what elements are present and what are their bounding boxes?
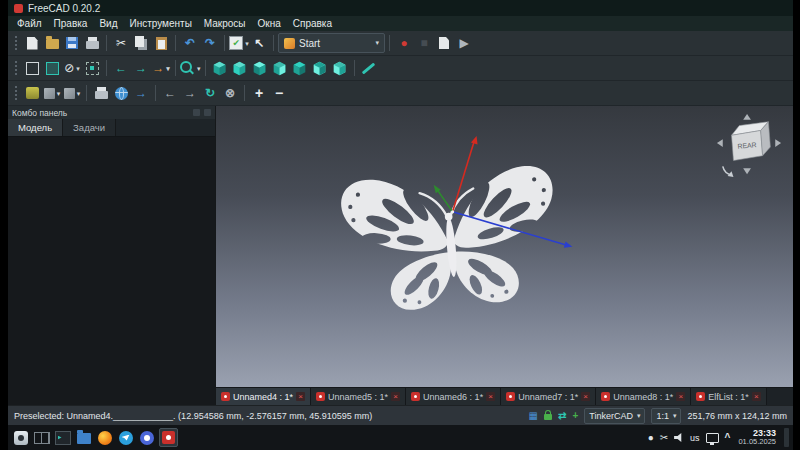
macro-dialog-button[interactable] (434, 33, 454, 53)
clipping-dropdown[interactable]: ▾ (62, 83, 82, 103)
doc-tab[interactable]: Unnamed8 : 1* × (596, 388, 691, 405)
save-button[interactable] (62, 33, 82, 53)
close-tab-icon[interactable]: × (752, 392, 761, 401)
view-axonometric-button[interactable] (210, 58, 230, 78)
keyboard-layout-indicator[interactable]: us (690, 433, 700, 443)
fit-selection-button[interactable] (42, 58, 62, 78)
macro-play-button[interactable]: ▶ (454, 33, 474, 53)
toolbar-grip[interactable] (14, 85, 19, 101)
navcube-right-arrow[interactable] (775, 139, 781, 147)
navcube-up-arrow[interactable] (743, 114, 751, 120)
taskbar-firefox-button[interactable] (96, 429, 113, 446)
axis-dragger[interactable] (216, 106, 793, 387)
menu-view[interactable]: Вид (93, 16, 123, 31)
model-tree[interactable] (8, 137, 215, 405)
menu-tools[interactable]: Инструменты (123, 16, 197, 31)
copy-button[interactable] (131, 33, 151, 53)
view-left-button[interactable] (330, 58, 350, 78)
browser-stop-button[interactable]: ⊗ (220, 83, 240, 103)
menu-edit[interactable]: Правка (48, 16, 94, 31)
3d-viewport[interactable]: REAR (216, 106, 793, 387)
close-tab-icon[interactable]: × (581, 392, 590, 401)
show-desktop-button[interactable] (784, 428, 789, 447)
menu-windows[interactable]: Окна (252, 16, 287, 31)
taskbar-freecad-button[interactable] (159, 428, 178, 447)
lock-toggle-button[interactable] (544, 414, 552, 420)
navigation-cube[interactable]: REAR (715, 112, 783, 180)
view-rear-button[interactable] (290, 58, 310, 78)
navcube-left-arrow[interactable] (717, 139, 723, 147)
macro-record-button[interactable]: ● (394, 33, 414, 53)
browser-refresh-button[interactable]: ↻ (200, 83, 220, 103)
workbench-selector[interactable]: Start ▾ (278, 33, 385, 53)
view-right-button[interactable] (270, 58, 290, 78)
title-bar[interactable]: FreeCAD 0.20.2 (8, 0, 793, 16)
zoom-out-button[interactable]: − (269, 83, 289, 103)
taskbar-telegram-button[interactable] (117, 429, 134, 446)
edit-mode-button[interactable] (22, 83, 42, 103)
view-bottom-button[interactable] (310, 58, 330, 78)
screen-record-tray-icon[interactable]: ● (648, 433, 654, 443)
toolbar-grip[interactable] (14, 60, 19, 76)
cut-button[interactable]: ✂ (111, 33, 131, 53)
close-tab-icon[interactable]: × (676, 392, 685, 401)
refresh-document-button[interactable]: ✔ ▾ (229, 33, 249, 53)
scale-selector[interactable]: 1:1 ▾ (651, 408, 681, 424)
navigation-style-selector[interactable]: TinkerCAD ▾ (584, 408, 645, 424)
standard-views-button[interactable]: → ▾ (151, 58, 171, 78)
doc-tab[interactable]: Unnamed7 : 1* × (501, 388, 596, 405)
virtual-desktop-pager[interactable] (33, 429, 50, 446)
view-top-button[interactable] (250, 58, 270, 78)
fit-all-button[interactable] (22, 58, 42, 78)
display-tray-icon[interactable] (706, 433, 719, 443)
menu-help[interactable]: Справка (287, 16, 338, 31)
draw-style-button[interactable]: ⊘ ▾ (62, 58, 82, 78)
sync-view-button[interactable]: ⇄ (558, 411, 566, 421)
redo-button[interactable]: ↷ (200, 33, 220, 53)
open-document-button[interactable] (42, 33, 62, 53)
zoom-tools-button[interactable]: ▾ (180, 58, 201, 78)
panel-close-button[interactable] (204, 109, 211, 116)
combo-panel-titlebar[interactable]: Комбо панель (8, 106, 215, 119)
doc-tab[interactable]: ElfList : 1* × (691, 388, 767, 405)
navcube-down-arrow[interactable] (743, 168, 751, 174)
open-website-button[interactable] (111, 83, 131, 103)
select-button[interactable]: ↖ (249, 33, 269, 53)
volume-icon[interactable] (674, 433, 684, 442)
doc-tab[interactable]: Unnamed6 : 1* × (406, 388, 501, 405)
macro-stop-button[interactable]: ■ (414, 33, 434, 53)
browser-forward-button[interactable]: → (180, 83, 200, 103)
print-preview-button[interactable] (91, 83, 111, 103)
doc-tab[interactable]: Unnamed4 : 1* × (216, 388, 311, 405)
taskbar-files-button[interactable] (75, 429, 92, 446)
view-next-button[interactable]: → (131, 58, 151, 78)
tab-model[interactable]: Модель (8, 119, 63, 136)
panel-float-button[interactable] (193, 109, 200, 116)
close-tab-icon[interactable]: × (296, 392, 305, 401)
paste-button[interactable] (151, 33, 171, 53)
measure-button[interactable] (359, 58, 379, 78)
doc-tab[interactable]: Unnamed5 : 1* × (311, 388, 406, 405)
menu-file[interactable]: Файл (11, 16, 48, 31)
menu-macros[interactable]: Макросы (198, 16, 252, 31)
clipboard-tray-icon[interactable]: ✂ (660, 433, 668, 443)
tray-expander-chevron[interactable]: ^ (725, 433, 731, 443)
taskbar-console-button[interactable] (54, 429, 71, 446)
close-tab-icon[interactable]: × (391, 392, 400, 401)
taskbar-chat-button[interactable] (138, 429, 155, 446)
dock-overlay-dropdown[interactable]: ▾ (42, 83, 62, 103)
view-previous-button[interactable]: ← (111, 58, 131, 78)
app-launcher-button[interactable] (12, 429, 29, 446)
toolbar-grip[interactable] (14, 35, 19, 51)
grid-toggle-button[interactable]: ▦ (529, 411, 538, 421)
tab-tasks[interactable]: Задачи (63, 119, 116, 136)
view-front-button[interactable] (230, 58, 250, 78)
box-selection-button[interactable] (82, 58, 102, 78)
print-button[interactable] (82, 33, 102, 53)
undo-button[interactable]: ↶ (180, 33, 200, 53)
clock-widget[interactable]: 23:33 01.05.2025 (738, 428, 776, 447)
browser-back-button[interactable]: ← (160, 83, 180, 103)
new-document-button[interactable] (22, 33, 42, 53)
add-view-button[interactable]: + (572, 411, 578, 421)
close-tab-icon[interactable]: × (486, 392, 495, 401)
